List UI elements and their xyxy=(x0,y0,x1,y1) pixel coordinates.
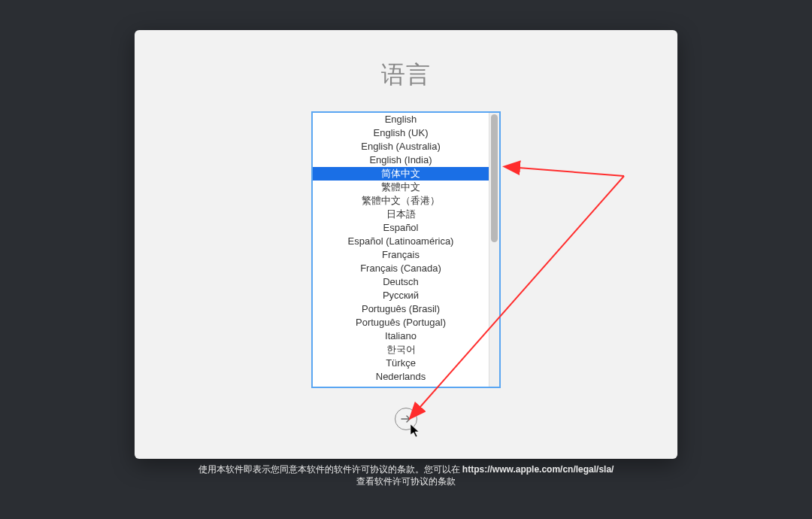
language-option[interactable]: 한국어 xyxy=(313,343,489,357)
language-option[interactable]: 日本語 xyxy=(313,208,489,221)
language-option[interactable]: Türkçe xyxy=(313,357,489,370)
language-option[interactable]: Italiano xyxy=(313,329,489,343)
language-option[interactable]: Deutsch xyxy=(313,275,489,289)
scrollbar-track[interactable] xyxy=(489,113,499,387)
language-option[interactable]: Français (Canada) xyxy=(313,262,489,275)
language-option[interactable]: Português (Brasil) xyxy=(313,302,489,316)
language-option[interactable]: 繁體中文 xyxy=(313,181,489,194)
language-option[interactable]: English (India) xyxy=(313,153,489,167)
language-option[interactable]: Português (Portugal) xyxy=(313,316,489,329)
arrow-right-icon xyxy=(400,413,412,425)
language-select-window: 语言 EnglishEnglish (UK)English (Australia… xyxy=(135,30,677,459)
language-option[interactable]: Español xyxy=(313,221,489,235)
language-option[interactable]: Español (Latinoamérica) xyxy=(313,235,489,248)
footer-license-text: 使用本软件即表示您同意本软件的软件许可协议的条款。您可以在 https://ww… xyxy=(0,463,812,487)
page-title: 语言 xyxy=(381,59,431,92)
language-option[interactable]: Français xyxy=(313,248,489,262)
language-option[interactable]: 繁體中文（香港） xyxy=(313,194,489,208)
footer-url: https://www.apple.com/cn/legal/sla/ xyxy=(462,464,614,475)
language-option[interactable]: Nederlands xyxy=(313,370,489,384)
language-option[interactable]: English (Australia) xyxy=(313,140,489,153)
language-option[interactable]: 简体中文 xyxy=(313,167,489,181)
language-listbox[interactable]: EnglishEnglish (UK)English (Australia)En… xyxy=(311,111,501,388)
scrollbar-thumb[interactable] xyxy=(491,114,498,242)
language-option[interactable]: Русский xyxy=(313,289,489,302)
next-button[interactable] xyxy=(395,408,417,430)
language-option[interactable]: English xyxy=(313,113,489,126)
language-option[interactable]: English (UK) xyxy=(313,126,489,140)
